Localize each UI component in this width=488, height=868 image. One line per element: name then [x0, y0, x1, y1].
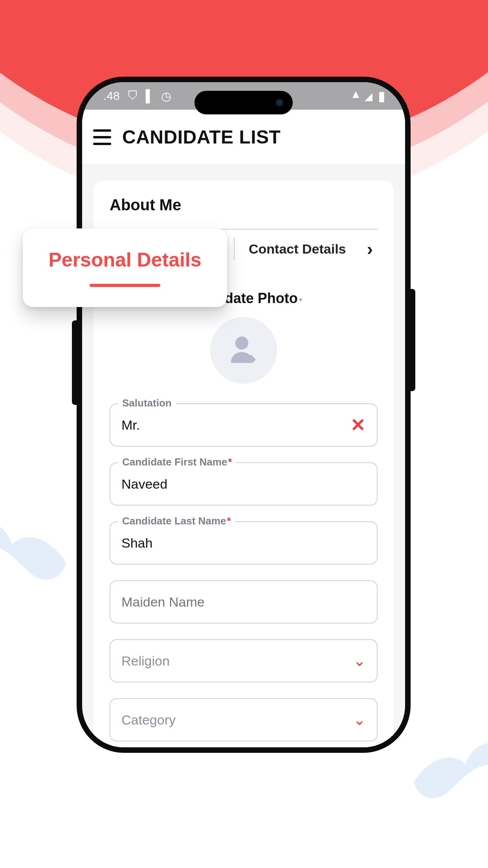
phone-frame: .48 CANDIDATE LIST About Me C	[77, 77, 411, 753]
category-placeholder: Category	[121, 712, 176, 728]
required-asterisk: *	[227, 515, 231, 527]
chevron-down-icon: ⌄	[353, 711, 366, 728]
category-field[interactable]: Category ⌄	[110, 698, 378, 741]
home-indicator	[193, 736, 295, 739]
battery-icon	[378, 88, 385, 104]
battery-saver-icon	[146, 89, 154, 103]
signal-icon	[365, 89, 372, 103]
person-edit-icon	[226, 332, 262, 368]
religion-placeholder: Religion	[121, 653, 170, 669]
shield-icon	[127, 89, 139, 103]
personal-details-form: Salutation ✕ Candidate First Name* Candi…	[110, 403, 378, 741]
required-asterisk: *	[299, 298, 302, 304]
clear-icon[interactable]: ✕	[350, 414, 366, 436]
chevron-right-icon	[367, 238, 373, 259]
tab-personal-details[interactable]: Personal Details	[23, 228, 227, 307]
first-name-input[interactable]	[121, 476, 366, 492]
front-camera	[275, 99, 283, 107]
label-text: Candidate Last Name	[122, 515, 226, 527]
label-text: Candidate First Name	[122, 456, 227, 468]
last-name-input[interactable]	[121, 535, 366, 551]
app-bar: CANDIDATE LIST	[82, 110, 405, 165]
svg-point-0	[235, 337, 248, 349]
field-label: Candidate Last Name*	[118, 515, 235, 527]
field-label: Candidate First Name*	[118, 456, 236, 468]
phone-screen: .48 CANDIDATE LIST About Me C	[82, 82, 405, 747]
religion-field[interactable]: Religion ⌄	[110, 639, 378, 682]
decorative-bird-icon	[402, 734, 488, 821]
candidate-photo-upload[interactable]	[210, 317, 277, 384]
chevron-down-icon: ⌄	[353, 652, 366, 669]
tab-label: Personal Details	[48, 248, 201, 271]
decorative-bird-icon	[0, 513, 75, 603]
clock-icon	[161, 89, 171, 103]
tab-label: Contact Details	[249, 241, 346, 257]
wifi-icon	[352, 88, 359, 104]
active-tab-underline	[90, 284, 160, 287]
field-label: Salutation	[118, 397, 176, 409]
salutation-field[interactable]: Salutation ✕	[110, 403, 378, 447]
maiden-name-input[interactable]	[121, 594, 366, 610]
phone-notch	[194, 91, 293, 114]
status-time: .48	[103, 89, 120, 103]
first-name-field[interactable]: Candidate First Name*	[110, 462, 378, 506]
required-asterisk: *	[228, 456, 232, 468]
salutation-input[interactable]	[121, 417, 350, 433]
page-title: CANDIDATE LIST	[122, 126, 281, 148]
last-name-field[interactable]: Candidate Last Name*	[110, 521, 378, 565]
tab-contact-details[interactable]: Contact Details	[235, 238, 378, 259]
maiden-name-field[interactable]	[110, 580, 378, 623]
power-button	[411, 289, 415, 391]
menu-icon[interactable]	[93, 129, 111, 145]
section-title: About Me	[110, 196, 378, 214]
